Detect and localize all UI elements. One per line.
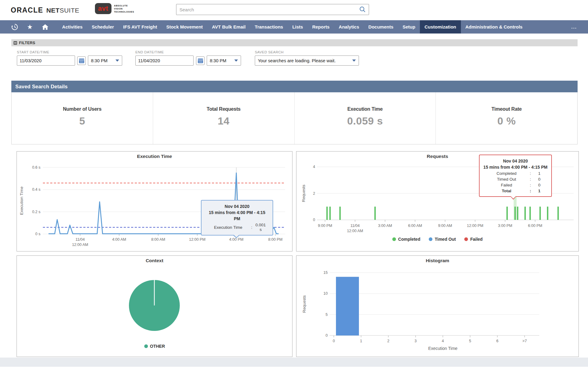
saved-search-select[interactable]: Your searches are loading. Please wait. xyxy=(255,56,359,66)
end-date-input[interactable] xyxy=(135,56,194,66)
svg-text:0 s: 0 s xyxy=(35,232,40,236)
search-input[interactable] xyxy=(176,4,369,15)
legend-completed[interactable]: Completed xyxy=(392,237,420,242)
requests-legend: CompletedTimed OutFailed xyxy=(296,237,579,242)
histogram-panel: 0510150123456>7Execution TimeRequests Hi… xyxy=(296,255,579,357)
chart-title: Histogram xyxy=(296,258,579,263)
home-icon[interactable] xyxy=(37,20,53,33)
start-date-input[interactable] xyxy=(17,56,75,66)
svg-text:3: 3 xyxy=(415,339,417,343)
legend-label: Timed Out xyxy=(435,237,456,242)
details-title: Saved Search Details xyxy=(15,84,68,90)
svg-text:5: 5 xyxy=(326,312,328,317)
nav-item-stock-movement[interactable]: Stock Movement xyxy=(162,20,207,33)
end-date-calendar-button[interactable] xyxy=(196,56,205,65)
legend-label: OTHER xyxy=(150,344,165,349)
filters-header: FILTERS xyxy=(11,39,578,46)
svg-text:6:00 AM: 6:00 AM xyxy=(408,224,422,228)
svg-text:9:00 AM: 9:00 AM xyxy=(438,224,452,228)
bottom-strip xyxy=(0,358,588,367)
collapse-icon[interactable] xyxy=(13,41,17,45)
legend-dot-icon xyxy=(464,237,468,241)
legend-timed-out[interactable]: Timed Out xyxy=(429,237,456,242)
legend-dot-icon xyxy=(144,344,148,348)
nav-item-reports[interactable]: Reports xyxy=(307,20,334,33)
start-time-select[interactable]: 8:30 PM xyxy=(88,56,122,66)
nav-item-transactions[interactable]: Transactions xyxy=(250,20,288,33)
stat-value: 14 xyxy=(218,115,230,127)
svg-text:4: 4 xyxy=(313,165,315,169)
legend-failed[interactable]: Failed xyxy=(464,237,482,242)
nav-item-setup[interactable]: Setup xyxy=(398,20,420,33)
end-date-label: END DATE/TIME xyxy=(135,50,164,54)
requests-tooltip: Nov 04 202015 mins from 4:00 PM - 4:15 P… xyxy=(479,155,552,197)
svg-text:15: 15 xyxy=(323,270,328,275)
svg-text:0: 0 xyxy=(313,218,315,222)
tooltip-row-completed: Completed:1 xyxy=(483,171,548,176)
avt-line: VISION xyxy=(114,7,134,10)
svg-text:4: 4 xyxy=(442,339,444,343)
svg-text:3:00 PM: 3:00 PM xyxy=(498,224,512,228)
legend-label: Completed xyxy=(398,237,420,242)
global-search xyxy=(176,4,369,15)
avt-badge: avt xyxy=(95,3,111,14)
stat-label: Execution Time xyxy=(347,106,383,112)
end-time-select[interactable]: 8:30 PM xyxy=(207,56,241,66)
nav-item-ifs-avt-freight[interactable]: IFS AVT Freight xyxy=(119,20,162,33)
nav-item-avt-bulk-email[interactable]: AVT Bulk Email xyxy=(207,20,250,33)
svg-text:6: 6 xyxy=(496,339,499,343)
start-date-label: START DATE/TIME xyxy=(17,50,49,54)
nav-item-analytics[interactable]: Analytics xyxy=(334,20,364,33)
shortcuts-star-icon[interactable]: ★ xyxy=(23,20,37,33)
context-pie-chart[interactable] xyxy=(17,256,292,357)
nav-spacer xyxy=(527,20,567,33)
tooltip-range: 15 mins from 4:00 PM - 4:15 PM xyxy=(483,164,548,170)
avt-partner-logo: avt ABSOLUTEVISIONTECHNOLOGIES xyxy=(95,3,134,14)
filters-title: FILTERS xyxy=(19,41,35,45)
stat-timeout-rate: Timeout Rate0 % xyxy=(436,92,577,144)
search-icon[interactable] xyxy=(359,6,366,13)
nav-item-customization[interactable]: Customization xyxy=(420,20,461,33)
top-bar: ORACLE NETSUITE avt ABSOLUTEVISIONTECHNO… xyxy=(0,0,588,20)
caret-down-icon xyxy=(115,59,119,62)
start-date-calendar-button[interactable] xyxy=(77,56,86,65)
nav-item-administration-controls[interactable]: Administration & Controls xyxy=(461,20,527,33)
nav-item-scheduler[interactable]: Scheduler xyxy=(87,20,119,33)
tooltip-rows: Completed:1Timed Out:0Failed:0Total:1 xyxy=(483,171,548,193)
svg-text:0.6 s: 0.6 s xyxy=(32,165,40,170)
nav-overflow-button[interactable]: ... xyxy=(567,20,588,33)
requests-panel: 0249:00 PM11/0412:00 AM3:00 AM6:00 AM9:0… xyxy=(296,151,579,251)
saved-search-label: SAVED SEARCH xyxy=(255,50,284,54)
svg-text:12:00 PM: 12:00 PM xyxy=(467,224,484,228)
svg-text:1: 1 xyxy=(360,339,362,343)
oracle-netsuite-logo[interactable]: ORACLE NETSUITE xyxy=(11,6,79,14)
stat-label: Number of Users xyxy=(63,106,101,112)
execution-time-panel: 0 s0.2 s0.4 s0.6 s11/0412:00 AM4:00 AM8:… xyxy=(17,151,292,251)
details-header: Saved Search Details xyxy=(11,81,578,92)
svg-text:6:00 PM: 6:00 PM xyxy=(528,224,542,228)
histogram-chart[interactable]: 0510150123456>7Execution TimeRequests xyxy=(296,256,579,357)
svg-text:2: 2 xyxy=(387,339,390,343)
recent-records-icon[interactable] xyxy=(0,20,23,33)
nav-item-activities[interactable]: Activities xyxy=(58,20,87,33)
tooltip-row-total: Total:1 xyxy=(483,189,548,193)
svg-text:0.4 s: 0.4 s xyxy=(32,187,40,192)
legend-other[interactable]: OTHER xyxy=(144,344,165,349)
svg-text:0: 0 xyxy=(333,339,335,343)
svg-text:8:00 PM: 8:00 PM xyxy=(268,237,283,242)
summary-stats: Number of Users5Total Requests14Executio… xyxy=(11,92,578,144)
svg-text:12:00 PM: 12:00 PM xyxy=(189,237,205,242)
stat-number-of-users: Number of Users5 xyxy=(12,92,153,144)
context-panel: Context OTHER xyxy=(17,255,292,357)
svg-text:11/0412:00 AM: 11/0412:00 AM xyxy=(347,224,363,233)
execution-time-tooltip: Nov 04 202015 mins from 4:00 PM - 4:15 P… xyxy=(201,200,273,236)
tooltip-row-timed-out: Timed Out:0 xyxy=(483,177,548,182)
svg-text:Execution Time: Execution Time xyxy=(428,346,458,351)
caret-down-icon xyxy=(234,59,238,62)
calendar-icon xyxy=(198,58,203,63)
nav-item-documents[interactable]: Documents xyxy=(364,20,398,33)
nav-item-lists[interactable]: Lists xyxy=(288,20,307,33)
svg-text:Execution Time: Execution Time xyxy=(19,186,24,215)
legend-dot-icon xyxy=(429,237,432,241)
svg-text:Requests: Requests xyxy=(302,295,307,313)
